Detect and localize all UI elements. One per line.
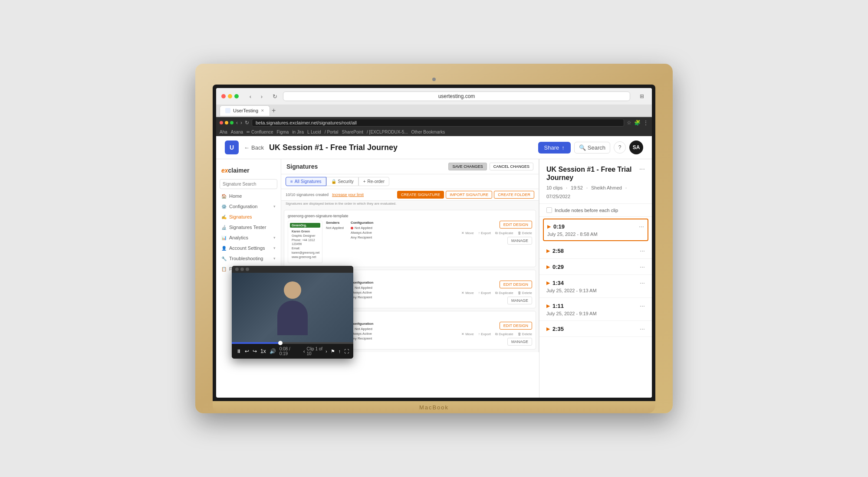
save-changes-button[interactable]: SAVE CHANGES [448,163,487,170]
volume-button[interactable]: 🔊 [270,348,276,354]
bookmark-other[interactable]: Other Bookmarks [411,130,445,134]
bookmark-aha[interactable]: Aha [220,130,227,134]
sidebar-item-troubleshooting[interactable]: 🔧 Troubleshooting ▾ [216,253,281,264]
search-button[interactable]: 🔍 Search [574,142,610,154]
forward-button[interactable]: ↪ [253,348,257,354]
clip-more-button[interactable]: ··· [640,302,645,309]
pause-button[interactable]: ⏸ [236,348,241,354]
move-link[interactable]: ✕ Move [461,291,474,295]
delete-link[interactable]: 🗑 Delete [518,291,532,295]
bookmark-figma[interactable]: Figma [277,130,289,134]
bookmark-portal[interactable]: / Portal [325,130,339,134]
browser-tab[interactable]: UserTesting ✕ [220,105,270,116]
delete-link[interactable]: 🗑 Delete [518,231,532,235]
clip-item[interactable]: ▶ 1:11 ··· July 25, 2022 - 9:19 AM [539,298,652,321]
tab-security[interactable]: 🔒 Security [326,177,358,186]
tab-reorder[interactable]: + Re-order [358,177,389,186]
edit-design-button[interactable]: EDIT DESIGN [500,221,532,229]
video-close-button[interactable] [235,268,239,271]
bookmark-exclprodux[interactable]: / [EXCLPRODUX-5... [367,130,408,134]
duplicate-link[interactable]: ⧉ Duplicate [495,231,513,235]
video-progress-bar[interactable] [232,342,353,344]
manage-button[interactable]: MANAGE [507,297,532,304]
session-more-button[interactable]: ··· [639,165,645,173]
manage-button[interactable]: MANAGE [507,237,532,245]
bookmark-lucid[interactable]: L Lucid [307,130,321,134]
clip-more-button[interactable]: ··· [639,223,644,230]
maximize-window-button[interactable] [234,94,239,98]
manage-button[interactable]: MANAGE [507,338,532,346]
clip-more-button[interactable]: ··· [640,247,645,254]
prev-clip-button[interactable]: ‹ [303,349,305,354]
sidebar-item-analytics[interactable]: 📊 Analytics ▾ [216,232,281,243]
include-notes-checkbox[interactable] [546,207,552,213]
share-clip-button[interactable]: ↑ [339,349,341,354]
browser-reload-button[interactable]: ↻ [270,91,279,101]
create-signature-button[interactable]: CREATE SIGNATURE [397,191,444,199]
signature-search-input[interactable] [220,180,277,188]
bookmark-jira[interactable]: in Jira [292,130,304,134]
fullscreen-button[interactable]: ⛶ [344,349,349,354]
speed-button[interactable]: 1x [260,348,266,354]
export-link[interactable]: ↑ Export [478,231,491,235]
import-signature-button[interactable]: IMPORT SIGNATURE [446,191,492,199]
duplicate-link[interactable]: ⧉ Duplicate [495,291,513,295]
inner-extensions-button[interactable]: 🧩 [634,120,641,126]
sidebar-item-account-settings[interactable]: 👤 Account Settings ▾ [216,243,281,253]
export-link[interactable]: ↑ Export [478,291,491,295]
create-folder-button[interactable]: CREATE FOLDER [494,191,534,199]
clip-item[interactable]: ▶ 0:19 ··· July 25, 2022 - 8:58 AM [543,219,648,241]
sidebar-item-signatures-tester[interactable]: 🔬 Signatures Tester [216,222,281,232]
browser-forward-button[interactable]: › [257,91,266,101]
close-window-button[interactable] [221,94,226,98]
new-tab-button[interactable]: ⊞ [637,91,647,101]
inner-forward-button[interactable]: › [240,120,242,126]
clip-item[interactable]: ▶ 2:35 ··· [539,321,652,337]
edit-design-button[interactable]: EDIT DESIGN [500,281,532,288]
next-clip-button[interactable]: › [326,349,327,354]
share-button[interactable]: Share ↑ [538,142,571,154]
video-maximize-button[interactable] [246,268,249,271]
export-link[interactable]: ↑ Export [478,332,491,337]
clip-more-button[interactable]: ··· [640,263,645,270]
help-button[interactable]: ? [614,141,626,154]
clip-more-button[interactable]: ··· [640,325,645,332]
sidebar-item-home[interactable]: 🏠 Home [216,191,281,201]
tab-close-button[interactable]: ✕ [261,108,264,113]
clip-item[interactable]: ▶ 0:29 ··· [539,259,652,275]
video-minimize-button[interactable] [240,268,244,271]
back-button[interactable]: ← Back [244,144,264,151]
flag-button[interactable]: ⚑ [331,349,335,354]
bookmark-sharepoint[interactable]: SharePoint [342,130,363,134]
inner-back-button[interactable]: ‹ [236,120,238,126]
browser-back-button[interactable]: ‹ [246,91,255,101]
clip-item[interactable]: ▶ 2:58 ··· [539,243,652,259]
delete-link[interactable]: 🗑 Delete [518,332,532,337]
tab-all-signatures[interactable]: ≡ All Signatures [286,177,326,186]
bookmark-confluence[interactable]: ✏ Confluence [247,130,273,134]
rewind-button[interactable]: ↩ [245,348,249,354]
duplicate-link[interactable]: ⧉ Duplicate [495,332,513,337]
inner-bookmark-button[interactable]: ☆ [627,120,631,126]
sidebar-item-signatures[interactable]: ✍️ Signatures [216,212,281,222]
inner-maximize-button[interactable] [230,121,233,124]
inner-url-bar[interactable]: beta.signatures.exclaimer.net/signatures… [252,119,624,127]
clip-item[interactable]: ▶ 1:34 ··· July 25, 2022 - 9:13 AM [539,275,652,298]
increase-limit-link[interactable]: Increase your limit [332,193,364,197]
edit-design-button[interactable]: EDIT DESIGN [500,322,532,330]
inner-close-button[interactable] [220,121,223,124]
inner-menu-button[interactable]: ⋮ [643,120,648,126]
avatar[interactable]: SA [629,140,643,154]
minimize-window-button[interactable] [228,94,232,98]
inner-minimize-button[interactable] [225,121,228,124]
cancel-changes-button[interactable]: CANCEL CHANGES [490,163,533,170]
signature-search[interactable]: 🔍 [220,179,277,189]
url-bar[interactable]: usertesting.com [283,91,630,101]
inner-reload-button[interactable]: ↻ [245,120,249,126]
move-link[interactable]: ✕ Move [461,332,474,337]
sidebar-item-configuration[interactable]: ⚙️ Configuration ▾ [216,201,281,212]
move-link[interactable]: ✕ Move [461,231,474,235]
bookmark-asana[interactable]: Asana [231,130,243,134]
new-tab-plus-button[interactable]: + [272,107,276,114]
clip-more-button[interactable]: ··· [640,279,645,286]
